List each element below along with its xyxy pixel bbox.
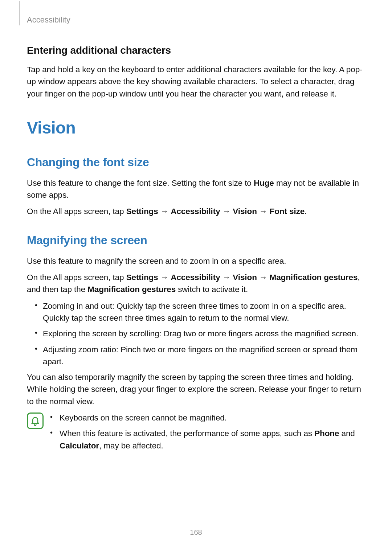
list-item: Zooming in and out: Quickly tap the scre… [43,300,365,324]
body-text: On the All apps screen, tap Settings → A… [27,271,365,296]
heading-entering-characters: Entering additional characters [27,45,365,56]
document-page: Accessibility Entering additional charac… [0,0,392,554]
list-item: Adjusting zoom ratio: Pinch two or more … [43,344,365,368]
text-fragment: . [305,207,307,216]
arrow-icon: → [158,273,171,282]
header-section-label: Accessibility [27,15,365,25]
arrow-icon: → [220,273,233,282]
heading-magnify: Magnifying the screen [27,234,365,247]
body-text: Tap and hold a key on the keyboard to en… [27,63,365,100]
note-block: Keyboards on the screen cannot be magnif… [27,412,365,455]
body-text: Use this feature to magnify the screen a… [27,255,365,267]
text-fragment: On the All apps screen, tap [27,273,126,282]
bold-text: Accessibility [171,207,220,216]
bold-text: Phone [314,429,339,438]
bold-text: Huge [254,178,274,188]
bold-text: Settings [126,207,158,216]
list-item: Exploring the screen by scrolling: Drag … [43,328,365,340]
text-fragment: When this feature is activated, the perf… [60,429,314,438]
heading-vision: Vision [27,118,365,138]
section-entering-characters: Entering additional characters Tap and h… [27,45,365,100]
text-fragment: On the All apps screen, tap [27,207,126,216]
bold-text: Vision [233,273,257,282]
body-text: You can also temporarily magnify the scr… [27,371,365,407]
note-bell-icon [27,413,44,429]
text-fragment: and [339,429,355,438]
arrow-icon: → [257,273,270,282]
list-item: Keyboards on the screen cannot be magnif… [50,412,365,424]
header-vertical-rule [19,1,20,25]
text-fragment: , may be affected. [99,441,163,450]
arrow-icon: → [220,207,233,216]
bold-text: Calculator [60,441,99,450]
body-text: Use this feature to change the font size… [27,177,365,201]
text-fragment: Use this feature to change the font size… [27,178,254,188]
arrow-icon: → [257,207,270,216]
section-magnify: Magnifying the screen Use this feature t… [27,234,365,455]
bold-text: Accessibility [171,273,220,282]
body-text: On the All apps screen, tap Settings → A… [27,205,365,217]
bullet-list: Zooming in and out: Quickly tap the scre… [27,300,365,368]
text-fragment: switch to activate it. [176,285,248,294]
bold-text: Magnification gestures [87,285,176,294]
page-number: 168 [0,528,392,537]
bold-text: Font size [270,207,305,216]
heading-font-size: Changing the font size [27,156,365,169]
list-item: When this feature is activated, the perf… [50,427,365,452]
section-font-size: Changing the font size Use this feature … [27,156,365,218]
bold-text: Magnification gestures [270,273,358,282]
bold-text: Vision [233,207,257,216]
page-header: Accessibility [27,15,365,25]
bold-text: Settings [126,273,158,282]
note-list: Keyboards on the screen cannot be magnif… [50,412,365,455]
arrow-icon: → [158,207,171,216]
